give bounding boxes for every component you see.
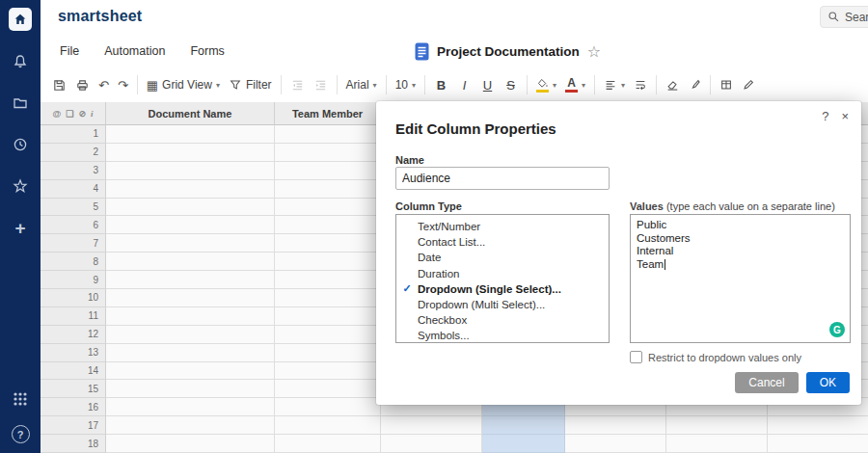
menu-forms[interactable]: Forms xyxy=(190,44,224,58)
grid-cell[interactable] xyxy=(106,162,275,180)
grid-cell[interactable] xyxy=(106,199,275,217)
column-type-option[interactable]: ✓Dropdown (Single Select)... xyxy=(396,281,609,297)
column-header-team-member[interactable]: Team Member xyxy=(275,102,381,125)
grid-cell[interactable] xyxy=(768,416,868,435)
column-header-document-name[interactable]: Document Name xyxy=(106,102,275,125)
dialog-help-icon[interactable]: ? xyxy=(822,109,828,123)
grid-cell[interactable] xyxy=(768,435,868,453)
row-number[interactable]: 15 xyxy=(41,380,106,398)
column-name-input[interactable] xyxy=(395,167,610,190)
font-size-dropdown[interactable]: 10 ▾ xyxy=(395,78,416,92)
cancel-button[interactable]: Cancel xyxy=(735,372,798,393)
grammarly-icon[interactable]: G xyxy=(829,322,845,337)
column-type-option[interactable]: Duration xyxy=(396,266,609,281)
grid-cell[interactable] xyxy=(275,435,381,453)
grid-cell[interactable] xyxy=(565,416,666,435)
search-input[interactable]: Sear xyxy=(820,6,868,28)
column-type-option[interactable]: Dropdown (Multi Select)... xyxy=(396,297,609,312)
grid-cell[interactable] xyxy=(275,289,381,307)
outdent-button[interactable] xyxy=(290,78,305,93)
edit-pencil-button[interactable] xyxy=(742,78,755,92)
row-number[interactable]: 3 xyxy=(41,162,106,180)
grid-cell[interactable] xyxy=(275,253,381,271)
grid-cell[interactable] xyxy=(565,435,666,453)
grid-cell[interactable] xyxy=(275,144,381,162)
column-type-option[interactable]: Contact List... xyxy=(396,234,609,250)
restrict-checkbox[interactable] xyxy=(630,351,642,363)
clear-formatting-button[interactable] xyxy=(665,78,679,92)
row-number[interactable]: 14 xyxy=(41,362,106,381)
grid-cell[interactable] xyxy=(275,180,381,199)
attachment-icon[interactable]: ⊘ xyxy=(78,109,86,119)
column-type-option[interactable]: Checkbox xyxy=(396,312,609,328)
grid-cell[interactable] xyxy=(381,435,482,453)
column-type-option[interactable]: Date xyxy=(396,250,609,265)
grid-cell[interactable] xyxy=(275,416,381,435)
row-number[interactable]: 12 xyxy=(41,326,106,344)
favorite-star-icon[interactable]: ☆ xyxy=(587,42,601,61)
home-icon[interactable] xyxy=(9,8,32,31)
grid-cell[interactable] xyxy=(106,234,275,253)
grid-cell[interactable] xyxy=(666,435,768,453)
create-plus-icon[interactable]: + xyxy=(10,217,31,238)
grid-cell[interactable] xyxy=(275,326,381,344)
grid-cell[interactable] xyxy=(106,344,275,362)
browse-folder-icon[interactable] xyxy=(10,93,31,114)
row-number[interactable]: 9 xyxy=(41,271,106,289)
grid-cell[interactable] xyxy=(275,344,381,362)
grid-cell[interactable] xyxy=(106,326,275,344)
grid-cell[interactable] xyxy=(106,216,275,234)
row-number[interactable]: 1 xyxy=(41,125,106,144)
row-number[interactable]: 5 xyxy=(41,199,106,217)
grid-cell[interactable] xyxy=(666,416,768,435)
grid-cell[interactable] xyxy=(275,271,381,289)
font-color-dropdown[interactable]: A ▾ xyxy=(565,77,585,93)
grid-cell[interactable] xyxy=(106,416,275,435)
align-dropdown[interactable]: ▾ xyxy=(604,78,625,92)
save-button[interactable] xyxy=(52,78,67,93)
grid-cell[interactable] xyxy=(106,253,275,271)
row-number[interactable]: 4 xyxy=(41,180,106,199)
grid-cell[interactable] xyxy=(106,435,275,453)
format-painter-button[interactable] xyxy=(688,78,701,92)
strikethrough-button[interactable]: S xyxy=(503,78,518,93)
row-number[interactable]: 16 xyxy=(41,398,106,416)
insert-table-button[interactable] xyxy=(719,78,733,92)
row-number[interactable]: 6 xyxy=(41,216,106,234)
column-type-option[interactable]: Symbols... xyxy=(396,328,609,343)
row-number[interactable]: 18 xyxy=(41,435,106,453)
row-number[interactable]: 8 xyxy=(41,253,106,271)
underline-button[interactable]: U xyxy=(480,78,495,93)
close-icon[interactable]: × xyxy=(841,109,849,123)
menu-automation[interactable]: Automation xyxy=(104,44,165,58)
app-launcher-icon[interactable] xyxy=(10,388,31,410)
favorites-star-icon[interactable] xyxy=(10,175,31,197)
grid-cell[interactable] xyxy=(275,380,381,398)
row-number[interactable]: 7 xyxy=(41,234,106,253)
grid-cell[interactable] xyxy=(106,307,275,326)
filter-button[interactable]: Filter xyxy=(229,78,272,92)
grid-view-dropdown[interactable]: ▦ Grid View ▾ xyxy=(147,78,220,92)
menu-file[interactable]: File xyxy=(60,44,79,58)
column-type-option[interactable]: Text/Number xyxy=(396,219,609,234)
redo-button[interactable]: ↷ xyxy=(118,79,128,92)
grid-cell[interactable] xyxy=(106,289,275,307)
indent-button[interactable] xyxy=(313,78,328,93)
row-number[interactable]: 2 xyxy=(41,144,106,162)
wrap-text-button[interactable] xyxy=(634,78,647,92)
grid-cell[interactable] xyxy=(275,307,381,326)
grid-cell[interactable] xyxy=(381,416,482,435)
font-family-dropdown[interactable]: Arial ▾ xyxy=(346,78,377,92)
grid-cell[interactable] xyxy=(275,199,381,217)
comment-icon[interactable]: ❑ xyxy=(66,109,73,119)
row-number[interactable]: 10 xyxy=(41,289,106,307)
grid-cell[interactable] xyxy=(106,180,275,199)
grid-cell[interactable] xyxy=(275,398,381,416)
row-number[interactable]: 17 xyxy=(41,416,106,435)
print-button[interactable] xyxy=(75,78,90,93)
row-number[interactable]: 11 xyxy=(41,307,106,326)
help-icon[interactable]: ? xyxy=(12,425,30,443)
at-mention-icon[interactable]: @ xyxy=(53,109,62,119)
notifications-icon[interactable] xyxy=(10,51,31,72)
undo-button[interactable]: ↶ xyxy=(98,79,109,92)
